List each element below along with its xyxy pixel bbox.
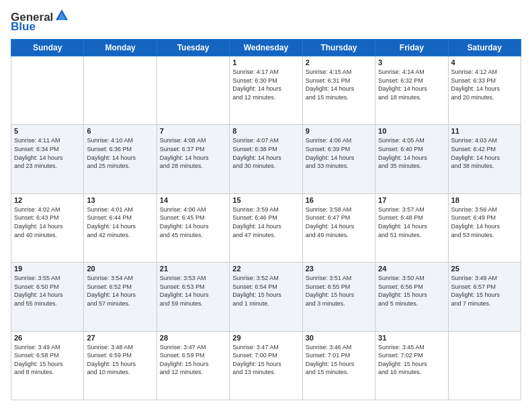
- day-number: 2: [306, 58, 372, 66]
- day-number: 25: [451, 265, 518, 273]
- day-number: 19: [14, 265, 81, 273]
- day-number: 3: [378, 58, 445, 66]
- header: General Blue: [11, 11, 521, 32]
- day-number: 22: [232, 265, 299, 273]
- calendar-row: 26Sunrise: 3:49 AM Sunset: 6:58 PM Dayli…: [11, 331, 521, 400]
- cell-content: Sunrise: 3:54 AM Sunset: 6:52 PM Dayligh…: [87, 274, 153, 308]
- day-number: 13: [87, 196, 153, 204]
- calendar-cell: 12Sunrise: 4:02 AM Sunset: 6:43 PM Dayli…: [11, 193, 84, 262]
- calendar-cell: 24Sunrise: 3:50 AM Sunset: 6:56 PM Dayli…: [375, 263, 448, 331]
- day-number: 23: [306, 265, 372, 273]
- day-number: 18: [451, 196, 518, 204]
- cell-content: Sunrise: 4:07 AM Sunset: 6:38 PM Dayligh…: [232, 136, 299, 170]
- calendar-cell: 1Sunrise: 4:17 AM Sunset: 6:30 PM Daylig…: [230, 56, 302, 125]
- day-number: 11: [451, 127, 518, 135]
- day-number: 7: [160, 127, 226, 135]
- cell-content: Sunrise: 4:11 AM Sunset: 6:34 PM Dayligh…: [14, 136, 81, 170]
- logo: General Blue: [11, 11, 69, 32]
- calendar-cell: 19Sunrise: 3:55 AM Sunset: 6:50 PM Dayli…: [11, 263, 84, 331]
- day-number: 27: [87, 334, 153, 342]
- calendar-cell: 5Sunrise: 4:11 AM Sunset: 6:34 PM Daylig…: [11, 125, 84, 193]
- calendar-cell: 22Sunrise: 3:52 AM Sunset: 6:54 PM Dayli…: [230, 263, 302, 331]
- cell-content: Sunrise: 3:51 AM Sunset: 6:55 PM Dayligh…: [306, 274, 372, 308]
- page: General Blue SundayMondayTuesdayWednesda…: [0, 0, 532, 411]
- day-number: 12: [14, 196, 81, 204]
- cell-content: Sunrise: 4:10 AM Sunset: 6:36 PM Dayligh…: [87, 136, 153, 170]
- day-number: 10: [378, 127, 445, 135]
- cell-content: Sunrise: 4:17 AM Sunset: 6:30 PM Dayligh…: [232, 68, 299, 101]
- calendar-cell: 15Sunrise: 3:59 AM Sunset: 6:46 PM Dayli…: [230, 193, 302, 262]
- calendar-cell: 18Sunrise: 3:56 AM Sunset: 6:49 PM Dayli…: [448, 193, 521, 262]
- cell-content: Sunrise: 4:15 AM Sunset: 6:31 PM Dayligh…: [306, 68, 372, 101]
- cell-content: Sunrise: 3:45 AM Sunset: 7:02 PM Dayligh…: [378, 343, 445, 377]
- calendar-day-header: Saturday: [448, 40, 521, 56]
- calendar-day-header: Wednesday: [230, 40, 302, 56]
- day-number: 14: [160, 196, 226, 204]
- calendar-cell: 20Sunrise: 3:54 AM Sunset: 6:52 PM Dayli…: [84, 263, 157, 331]
- calendar-cell: 6Sunrise: 4:10 AM Sunset: 6:36 PM Daylig…: [84, 125, 157, 193]
- calendar-row: 12Sunrise: 4:02 AM Sunset: 6:43 PM Dayli…: [11, 193, 521, 262]
- calendar-cell: 30Sunrise: 3:46 AM Sunset: 7:01 PM Dayli…: [302, 331, 375, 400]
- cell-content: Sunrise: 3:46 AM Sunset: 7:01 PM Dayligh…: [306, 343, 372, 377]
- calendar-cell: [157, 56, 229, 125]
- calendar-cell: 4Sunrise: 4:12 AM Sunset: 6:33 PM Daylig…: [448, 56, 521, 125]
- cell-content: Sunrise: 3:47 AM Sunset: 6:59 PM Dayligh…: [160, 343, 226, 377]
- calendar-cell: 29Sunrise: 3:47 AM Sunset: 7:00 PM Dayli…: [230, 331, 302, 400]
- day-number: 31: [378, 334, 445, 342]
- cell-content: Sunrise: 3:58 AM Sunset: 6:47 PM Dayligh…: [306, 205, 372, 239]
- day-number: 24: [378, 265, 445, 273]
- cell-content: Sunrise: 4:08 AM Sunset: 6:37 PM Dayligh…: [160, 136, 226, 170]
- cell-content: Sunrise: 3:57 AM Sunset: 6:48 PM Dayligh…: [378, 205, 445, 239]
- calendar-cell: 13Sunrise: 4:01 AM Sunset: 6:44 PM Dayli…: [84, 193, 157, 262]
- calendar-cell: 7Sunrise: 4:08 AM Sunset: 6:37 PM Daylig…: [157, 125, 229, 193]
- calendar-cell: 14Sunrise: 4:00 AM Sunset: 6:45 PM Dayli…: [157, 193, 229, 262]
- cell-content: Sunrise: 4:01 AM Sunset: 6:44 PM Dayligh…: [87, 205, 153, 239]
- calendar-day-header: Thursday: [302, 40, 375, 56]
- day-number: 8: [232, 127, 299, 135]
- calendar-cell: 3Sunrise: 4:14 AM Sunset: 6:32 PM Daylig…: [375, 56, 448, 125]
- cell-content: Sunrise: 3:49 AM Sunset: 6:58 PM Dayligh…: [14, 343, 81, 377]
- day-number: 1: [232, 58, 299, 66]
- cell-content: Sunrise: 4:06 AM Sunset: 6:39 PM Dayligh…: [306, 136, 372, 170]
- calendar-cell: 27Sunrise: 3:48 AM Sunset: 6:59 PM Dayli…: [84, 331, 157, 400]
- calendar-day-header: Sunday: [11, 40, 84, 56]
- day-number: 26: [14, 334, 81, 342]
- calendar-cell: 21Sunrise: 3:53 AM Sunset: 6:53 PM Dayli…: [157, 263, 229, 331]
- calendar-table: SundayMondayTuesdayWednesdayThursdayFrid…: [11, 39, 521, 400]
- calendar-day-header: Tuesday: [157, 40, 229, 56]
- day-number: 15: [232, 196, 299, 204]
- cell-content: Sunrise: 3:53 AM Sunset: 6:53 PM Dayligh…: [160, 274, 226, 308]
- day-number: 16: [306, 196, 372, 204]
- cell-content: Sunrise: 3:56 AM Sunset: 6:49 PM Dayligh…: [451, 205, 518, 239]
- cell-content: Sunrise: 4:00 AM Sunset: 6:45 PM Dayligh…: [160, 205, 226, 239]
- calendar-day-header: Friday: [375, 40, 448, 56]
- calendar-cell: 23Sunrise: 3:51 AM Sunset: 6:55 PM Dayli…: [302, 263, 375, 331]
- cell-content: Sunrise: 4:14 AM Sunset: 6:32 PM Dayligh…: [378, 68, 445, 101]
- calendar-cell: 9Sunrise: 4:06 AM Sunset: 6:39 PM Daylig…: [302, 125, 375, 193]
- cell-content: Sunrise: 3:52 AM Sunset: 6:54 PM Dayligh…: [232, 274, 299, 308]
- calendar-cell: 11Sunrise: 4:03 AM Sunset: 6:42 PM Dayli…: [448, 125, 521, 193]
- calendar-row: 5Sunrise: 4:11 AM Sunset: 6:34 PM Daylig…: [11, 125, 521, 193]
- cell-content: Sunrise: 3:47 AM Sunset: 7:00 PM Dayligh…: [232, 343, 299, 377]
- calendar-row: 1Sunrise: 4:17 AM Sunset: 6:30 PM Daylig…: [11, 56, 521, 125]
- calendar-cell: 25Sunrise: 3:49 AM Sunset: 6:57 PM Dayli…: [448, 263, 521, 331]
- cell-content: Sunrise: 3:48 AM Sunset: 6:59 PM Dayligh…: [87, 343, 153, 377]
- calendar-cell: [448, 331, 521, 400]
- cell-content: Sunrise: 4:05 AM Sunset: 6:40 PM Dayligh…: [378, 136, 445, 170]
- cell-content: Sunrise: 4:02 AM Sunset: 6:43 PM Dayligh…: [14, 205, 81, 239]
- day-number: 9: [306, 127, 372, 135]
- cell-content: Sunrise: 4:03 AM Sunset: 6:42 PM Dayligh…: [451, 136, 518, 170]
- calendar-cell: 10Sunrise: 4:05 AM Sunset: 6:40 PM Dayli…: [375, 125, 448, 193]
- day-number: 29: [232, 334, 299, 342]
- day-number: 30: [306, 334, 372, 342]
- day-number: 28: [160, 334, 226, 342]
- cell-content: Sunrise: 3:55 AM Sunset: 6:50 PM Dayligh…: [14, 274, 81, 308]
- calendar-cell: 28Sunrise: 3:47 AM Sunset: 6:59 PM Dayli…: [157, 331, 229, 400]
- calendar-row: 19Sunrise: 3:55 AM Sunset: 6:50 PM Dayli…: [11, 263, 521, 331]
- day-number: 20: [87, 265, 153, 273]
- day-number: 4: [451, 58, 518, 66]
- day-number: 17: [378, 196, 445, 204]
- day-number: 6: [87, 127, 153, 135]
- calendar-cell: 17Sunrise: 3:57 AM Sunset: 6:48 PM Dayli…: [375, 193, 448, 262]
- cell-content: Sunrise: 3:59 AM Sunset: 6:46 PM Dayligh…: [232, 205, 299, 239]
